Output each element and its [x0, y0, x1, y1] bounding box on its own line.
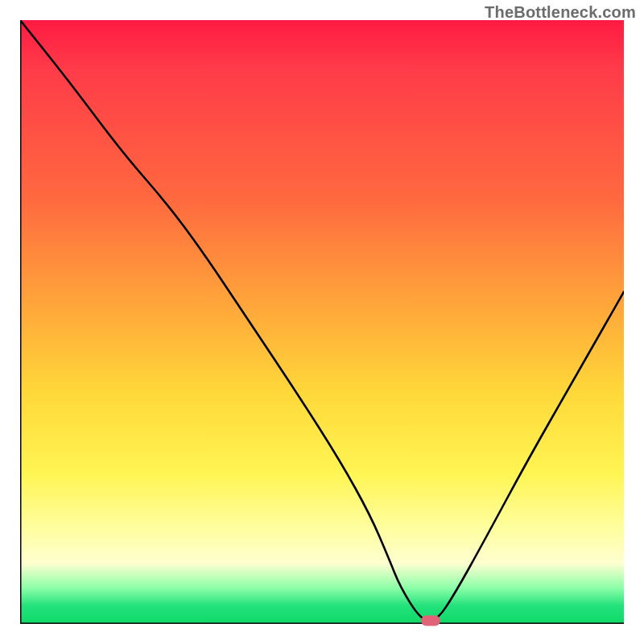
optimum-marker: [421, 616, 440, 626]
viewport: TheBottleneck.com: [0, 0, 644, 644]
bottleneck-curve: [20, 20, 624, 621]
plot-area: [20, 20, 624, 624]
chart-svg: [20, 20, 624, 624]
watermark-text: TheBottleneck.com: [485, 3, 636, 22]
